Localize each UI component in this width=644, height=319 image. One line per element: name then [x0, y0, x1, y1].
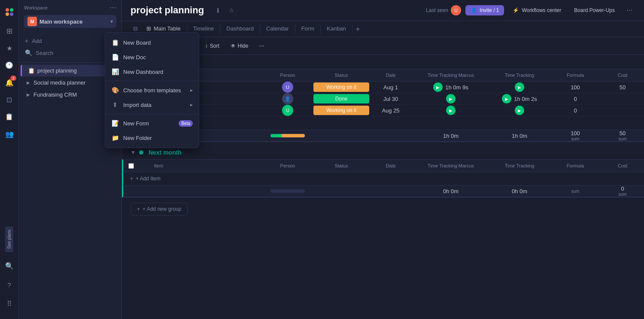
- summary-row-next-month: 0h 0m 0h 0m sum 0 sum: [122, 185, 644, 197]
- more-options-icon[interactable]: ⋯: [623, 4, 635, 16]
- boards-icon[interactable]: 📋: [2, 109, 17, 125]
- new-doc-menu-item[interactable]: 📄 New Doc: [105, 50, 199, 64]
- more-toolbar-button[interactable]: ⋯: [255, 41, 269, 51]
- tab-calendar[interactable]: Calendar: [260, 21, 295, 37]
- status-badge: Done: [313, 94, 369, 103]
- help-icon[interactable]: ?: [2, 277, 17, 292]
- row-date-cell[interactable]: Aug 1: [369, 84, 412, 91]
- time-play-button2[interactable]: ▶: [515, 106, 524, 115]
- recent-icon[interactable]: 🕐: [2, 58, 17, 73]
- add-group-icon: +: [137, 206, 140, 212]
- sort-button[interactable]: ↕ Sort: [201, 41, 224, 51]
- row-status-cell[interactable]: Done: [313, 94, 369, 103]
- group-title-next-month: Next month: [149, 149, 182, 156]
- choose-templates-menu-item[interactable]: 🎨 Choose from templates ▸: [105, 83, 199, 97]
- col-time-marcus-header2: Time Tracking Marcus: [412, 160, 489, 172]
- table-header: Item Person Status Date Time Tracking Ma…: [122, 69, 644, 82]
- summary-formula-value: 100: [571, 130, 580, 137]
- time-play-button[interactable]: ▶: [433, 82, 443, 92]
- add-item-this-month[interactable]: + + Add Item: [122, 116, 644, 130]
- workspace-selector[interactable]: M Main workspace ▾: [24, 15, 116, 28]
- main-content: project planning ℹ ☆ Last seen U 👤 Invit…: [122, 0, 644, 319]
- group-expand-icon2[interactable]: ▼: [131, 149, 136, 155]
- search-bottom-icon[interactable]: 🔍: [2, 258, 17, 273]
- col-person-header: Person: [262, 69, 313, 81]
- time-marcus-value: 1h 0m 9s: [445, 84, 468, 91]
- formula-value: 0: [574, 107, 577, 114]
- row-person-cell[interactable]: U: [262, 82, 313, 93]
- plus-icon: +: [25, 37, 28, 44]
- power-ups-button[interactable]: Board Power-Ups: [570, 5, 619, 15]
- summary-formula2: sum: [550, 189, 601, 194]
- row-time-marcus-cell[interactable]: ▶ 1h 0m 9s: [412, 82, 489, 92]
- time-play-button2[interactable]: ▶: [502, 94, 511, 103]
- row-status-cell[interactable]: Working on it: [313, 82, 369, 92]
- collapse-icon: ⊟: [133, 25, 138, 32]
- summary-formula-label2: sum: [571, 189, 580, 194]
- tab-form[interactable]: Form: [295, 21, 320, 37]
- apps-grid-icon[interactable]: ⠿: [2, 296, 17, 311]
- row-time-cell[interactable]: ▶: [489, 82, 550, 92]
- people-icon[interactable]: 👥: [2, 126, 17, 142]
- time-play-button[interactable]: ▶: [446, 106, 456, 115]
- info-icon-btn[interactable]: ℹ: [212, 4, 224, 16]
- favorite-icon-btn[interactable]: ☆: [225, 4, 237, 16]
- row-time-cell[interactable]: ▶ 1h 0m 2s: [489, 94, 550, 103]
- row-time-marcus-cell[interactable]: ▶: [412, 94, 489, 103]
- empty-progress-bar: [270, 189, 305, 193]
- summary-cost-label: sum: [619, 137, 627, 141]
- workspace-label: Workspace: [24, 5, 48, 10]
- row-status-cell[interactable]: Working on it: [313, 106, 369, 115]
- add-tab-button[interactable]: +: [352, 22, 363, 36]
- board-menu-icon: 📋: [111, 39, 119, 46]
- summary-time-marcus-value: 1h 0m: [443, 133, 459, 139]
- workspaces-icon[interactable]: ⊡: [2, 92, 17, 107]
- select-all-checkbox2[interactable]: [128, 163, 134, 169]
- add-new-group-button[interactable]: + + Add new group: [131, 203, 188, 216]
- tab-label: Kanban: [327, 25, 346, 32]
- row-formula-cell: 0: [550, 107, 601, 114]
- table-row[interactable]: ⟳ U Working on it Aug 1 ▶ 1h 0m 9s ▶: [122, 82, 644, 93]
- new-board-menu-item[interactable]: 📋 New Board: [105, 35, 199, 50]
- row-date-cell[interactable]: Aug 25: [369, 107, 412, 114]
- tab-label: Calendar: [266, 25, 289, 32]
- import-data-menu-item[interactable]: ⬆ Import data ▸: [105, 97, 199, 112]
- row-person-cell[interactable]: 👤: [262, 93, 313, 104]
- sidebar-options-icon[interactable]: ⋯: [109, 3, 116, 12]
- svg-point-1: [10, 8, 13, 12]
- time-play-button2[interactable]: ▶: [515, 82, 524, 92]
- row-date-cell[interactable]: Jul 30: [369, 96, 412, 102]
- workflows-button[interactable]: ⚡ Workflows center: [508, 5, 565, 15]
- person-avatar: U: [282, 105, 293, 116]
- sort-icon: ↕: [205, 43, 208, 49]
- table-row[interactable]: ⟳ 👤 Done Jul 30 ▶ ▶ 1h 0m 2s: [122, 93, 644, 105]
- row-person-cell[interactable]: U: [262, 105, 313, 116]
- time-play-button[interactable]: ▶: [446, 94, 456, 103]
- add-item-next-month[interactable]: + + Add Item: [122, 172, 644, 185]
- col-time-marcus-header: Time Tracking Marcus: [412, 69, 489, 81]
- status-badge: Working on it: [313, 82, 369, 92]
- home-icon[interactable]: ⊞: [2, 23, 17, 39]
- new-dashboard-menu-item[interactable]: 📊 New Dashboard: [105, 64, 199, 79]
- hide-button[interactable]: 👁 Hide: [226, 41, 253, 51]
- row-time-cell[interactable]: ▶: [489, 106, 550, 115]
- invite-button[interactable]: 👤 Invite / 1: [465, 5, 504, 15]
- favorites-icon[interactable]: ★: [2, 40, 17, 56]
- inbox-icon[interactable]: 🔔 2: [2, 75, 17, 90]
- tab-kanban[interactable]: Kanban: [321, 21, 352, 37]
- left-nav: ⊞ ★ 🕐 🔔 2 ⊡ 📋 👥 See plans 🔍 ? ⠿: [0, 0, 19, 319]
- templates-menu-icon: 🎨: [111, 86, 119, 94]
- new-board-label: New Board: [123, 39, 151, 46]
- svg-point-0: [6, 8, 9, 12]
- next-month-group: ▼ Next month Item Person Status Date Tim…: [122, 146, 644, 197]
- status-badge: Working on it: [313, 106, 369, 115]
- see-plans-button[interactable]: See plans: [5, 226, 13, 252]
- new-form-menu-item[interactable]: 📝 New Form Beta: [105, 116, 199, 131]
- group-header-this-month: ▼ This month: [122, 55, 644, 69]
- logo-icon[interactable]: [2, 4, 17, 20]
- row-time-marcus-cell[interactable]: ▶: [412, 106, 489, 115]
- col-status-header: Status: [313, 69, 369, 81]
- table-row[interactable]: ⟳ U Working on it Aug 25 ▶ ▶: [122, 105, 644, 116]
- tab-dashboard[interactable]: Dashboard: [220, 21, 260, 37]
- new-folder-menu-item[interactable]: 📁 New Folder: [105, 131, 199, 145]
